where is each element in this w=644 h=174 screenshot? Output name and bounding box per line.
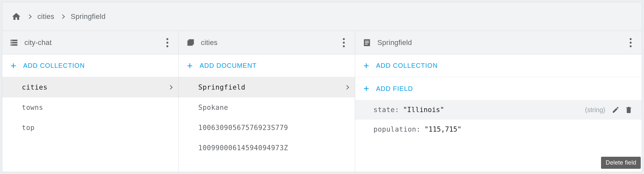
panel-title: cities xyxy=(201,38,339,47)
add-label: ADD DOCUMENT xyxy=(200,62,257,69)
field-key: population: xyxy=(373,125,421,133)
svg-point-2 xyxy=(11,44,12,45)
document-row[interactable]: 10099000614594094973Z xyxy=(179,138,355,158)
field-row[interactable]: population: "115,715" xyxy=(355,120,642,139)
document-icon xyxy=(362,38,371,47)
chevron-right-icon xyxy=(27,14,32,19)
add-label: ADD COLLECTION xyxy=(376,62,438,69)
tooltip-delete-field: Delete field xyxy=(601,157,641,169)
chevron-right-icon xyxy=(344,85,349,90)
svg-point-1 xyxy=(11,42,12,43)
add-label: ADD FIELD xyxy=(376,85,413,93)
document-row[interactable]: Springfield xyxy=(179,77,355,97)
collection-icon xyxy=(186,38,195,47)
svg-rect-5 xyxy=(365,44,368,44)
row-label: 10099000614594094973Z xyxy=(198,144,348,152)
kebab-menu[interactable] xyxy=(162,36,173,50)
add-field-button[interactable]: + ADD FIELD xyxy=(355,77,642,100)
collection-row[interactable]: top xyxy=(2,118,178,138)
collection-row[interactable]: towns xyxy=(2,97,178,118)
panel-header: Springfield xyxy=(355,31,642,54)
field-value: "Illinois" xyxy=(403,106,444,114)
database-icon xyxy=(9,38,19,47)
document-row[interactable]: 10063090567576923S779 xyxy=(179,118,355,138)
field-row[interactable]: state: "Illinois" (string) xyxy=(355,100,642,120)
svg-rect-4 xyxy=(365,42,369,43)
panel-document: Springfield + ADD COLLECTION + ADD FIELD… xyxy=(355,31,642,172)
svg-rect-3 xyxy=(365,41,369,41)
kebab-menu[interactable] xyxy=(625,36,636,50)
field-type: (string) xyxy=(585,106,605,114)
panel-title: Springfield xyxy=(377,38,625,47)
panel-header: cities xyxy=(179,31,355,54)
field-value: "115,715" xyxy=(425,125,462,133)
add-label: ADD COLLECTION xyxy=(23,62,85,69)
document-row[interactable]: Spokane xyxy=(179,97,355,118)
panel-root: city-chat + ADD COLLECTION cities towns xyxy=(2,31,179,172)
panel-title: city-chat xyxy=(24,38,162,47)
row-label: Spokane xyxy=(198,104,348,111)
edit-icon[interactable] xyxy=(609,103,622,116)
row-label: Springfield xyxy=(198,83,345,91)
kebab-menu[interactable] xyxy=(339,36,349,50)
collection-row[interactable]: cities xyxy=(2,77,178,97)
row-label: 10063090567576923S779 xyxy=(198,124,348,132)
add-collection-button[interactable]: + ADD COLLECTION xyxy=(2,54,178,77)
row-label: towns xyxy=(22,104,172,111)
breadcrumb: cities Springfield xyxy=(2,2,642,31)
row-label: cities xyxy=(22,83,169,91)
delete-icon[interactable] xyxy=(622,103,635,116)
add-document-button[interactable]: + ADD DOCUMENT xyxy=(179,54,355,77)
home-icon[interactable] xyxy=(11,12,21,22)
panel-collection: cities + ADD DOCUMENT Springfield Spokan… xyxy=(179,31,355,172)
row-label: top xyxy=(22,124,172,132)
field-key: state: xyxy=(373,106,399,114)
panel-header: city-chat xyxy=(2,31,178,54)
breadcrumb-item[interactable]: Springfield xyxy=(71,12,105,21)
add-collection-button[interactable]: + ADD COLLECTION xyxy=(355,54,642,77)
chevron-right-icon xyxy=(168,85,173,90)
chevron-right-icon xyxy=(60,14,65,19)
breadcrumb-item[interactable]: cities xyxy=(37,12,54,21)
svg-point-0 xyxy=(11,40,12,40)
